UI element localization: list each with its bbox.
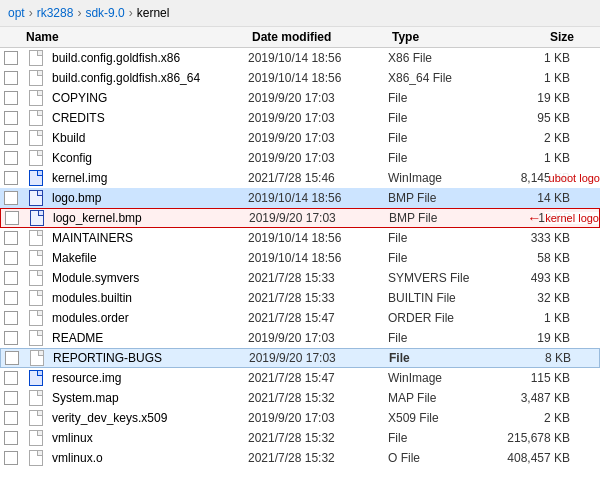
file-checkbox[interactable] <box>4 71 18 85</box>
file-size: 493 KB <box>498 271 578 285</box>
file-size: 1 KB <box>498 71 578 85</box>
col-header-size[interactable]: Size <box>502 30 582 44</box>
file-type: File <box>389 351 499 365</box>
file-checkbox[interactable] <box>4 391 18 405</box>
table-row[interactable]: kernel.img2021/7/28 15:46WinImage8,145 K… <box>0 168 600 188</box>
file-icon <box>28 130 44 146</box>
file-size: 408,457 KB <box>498 451 578 465</box>
file-name: vmlinux <box>52 431 93 445</box>
file-date: 2019/9/20 17:03 <box>248 411 388 425</box>
file-checkbox[interactable] <box>4 171 18 185</box>
col-header-date[interactable]: Date modified <box>252 30 392 44</box>
file-name: logo.bmp <box>52 191 101 205</box>
breadcrumb-rk3288[interactable]: rk3288 <box>37 6 74 20</box>
table-row[interactable]: vmlinux.o2021/7/28 15:32O File408,457 KB <box>0 448 600 468</box>
table-row[interactable]: Makefile2019/10/14 18:56File58 KB <box>0 248 600 268</box>
breadcrumb-opt[interactable]: opt <box>8 6 25 20</box>
file-checkbox[interactable] <box>4 91 18 105</box>
file-date: 2019/10/14 18:56 <box>248 191 388 205</box>
table-row[interactable]: Module.symvers2021/7/28 15:33SYMVERS Fil… <box>0 268 600 288</box>
file-checkbox[interactable] <box>5 211 19 225</box>
file-name: logo_kernel.bmp <box>53 211 142 225</box>
file-size: 2 KB <box>498 411 578 425</box>
table-row[interactable]: REPORTING-BUGS2019/9/20 17:03File8 KB <box>0 348 600 368</box>
file-date: 2021/7/28 15:33 <box>248 271 388 285</box>
file-type: File <box>388 91 498 105</box>
file-list[interactable]: build.config.goldfish.x862019/10/14 18:5… <box>0 48 600 489</box>
file-type: ORDER File <box>388 311 498 325</box>
file-checkbox[interactable] <box>4 371 18 385</box>
table-row[interactable]: modules.order2021/7/28 15:47ORDER File1 … <box>0 308 600 328</box>
table-row[interactable]: logo_kernel.bmp2019/9/20 17:03BMP File19… <box>0 208 600 228</box>
file-name: resource.img <box>52 371 121 385</box>
file-name: vmlinux.o <box>52 451 103 465</box>
file-name: modules.order <box>52 311 129 325</box>
col-header-type[interactable]: Type <box>392 30 502 44</box>
breadcrumb-bar: opt › rk3288 › sdk-9.0 › kernel <box>0 0 600 27</box>
file-date: 2019/10/14 18:56 <box>248 51 388 65</box>
file-checkbox[interactable] <box>4 311 18 325</box>
file-checkbox[interactable] <box>4 451 18 465</box>
file-icon <box>28 90 44 106</box>
table-row[interactable]: Kbuild2019/9/20 17:03File2 KB <box>0 128 600 148</box>
file-icon <box>28 410 44 426</box>
file-name: README <box>52 331 103 345</box>
file-type: File <box>388 151 498 165</box>
file-checkbox[interactable] <box>4 271 18 285</box>
file-checkbox[interactable] <box>4 151 18 165</box>
table-row[interactable]: CREDITS2019/9/20 17:03File95 KB <box>0 108 600 128</box>
file-size: 8,145 KB <box>498 171 578 185</box>
file-checkbox[interactable] <box>4 131 18 145</box>
table-row[interactable]: logo.bmp2019/10/14 18:56BMP File14 KB <box>0 188 600 208</box>
file-checkbox[interactable] <box>4 291 18 305</box>
file-size: 1 KB <box>498 51 578 65</box>
table-row[interactable]: modules.builtin2021/7/28 15:33BUILTIN Fi… <box>0 288 600 308</box>
table-row[interactable]: COPYING2019/9/20 17:03File19 KB <box>0 88 600 108</box>
file-date: 2019/9/20 17:03 <box>248 111 388 125</box>
table-row[interactable]: build.config.goldfish.x86_642019/10/14 1… <box>0 68 600 88</box>
file-checkbox[interactable] <box>4 51 18 65</box>
file-type: WinImage <box>388 171 498 185</box>
file-size: 8 KB <box>499 351 579 365</box>
table-row[interactable]: MAINTAINERS2019/10/14 18:56File333 KB <box>0 228 600 248</box>
breadcrumb-sdk[interactable]: sdk-9.0 <box>85 6 124 20</box>
file-date: 2019/9/20 17:03 <box>248 331 388 345</box>
file-checkbox[interactable] <box>4 191 18 205</box>
file-date: 2019/9/20 17:03 <box>249 211 389 225</box>
file-size: 1 KB <box>498 151 578 165</box>
file-checkbox[interactable] <box>4 431 18 445</box>
file-size: 1 KB <box>498 311 578 325</box>
table-row[interactable]: Kconfig2019/9/20 17:03File1 KB <box>0 148 600 168</box>
table-row[interactable]: build.config.goldfish.x862019/10/14 18:5… <box>0 48 600 68</box>
file-type: O File <box>388 451 498 465</box>
file-checkbox[interactable] <box>4 231 18 245</box>
file-date: 2019/9/20 17:03 <box>249 351 389 365</box>
file-date: 2019/9/20 17:03 <box>248 91 388 105</box>
file-checkbox[interactable] <box>4 411 18 425</box>
file-name: REPORTING-BUGS <box>53 351 162 365</box>
file-name: Kconfig <box>52 151 92 165</box>
file-date: 2019/9/20 17:03 <box>248 151 388 165</box>
table-row[interactable]: System.map2021/7/28 15:32MAP File3,487 K… <box>0 388 600 408</box>
file-type: BMP File <box>388 191 498 205</box>
file-checkbox[interactable] <box>4 331 18 345</box>
file-name: Kbuild <box>52 131 85 145</box>
table-row[interactable]: README2019/9/20 17:03File19 KB <box>0 328 600 348</box>
col-header-name[interactable]: Name <box>22 30 252 44</box>
file-type: BMP File <box>389 211 499 225</box>
file-type: X86_64 File <box>388 71 498 85</box>
file-checkbox[interactable] <box>5 351 19 365</box>
file-name: System.map <box>52 391 119 405</box>
table-row[interactable]: vmlinux2021/7/28 15:32File215,678 KB <box>0 428 600 448</box>
file-icon <box>28 70 44 86</box>
file-size: 333 KB <box>498 231 578 245</box>
file-checkbox[interactable] <box>4 251 18 265</box>
column-headers: Name Date modified Type Size <box>0 27 600 48</box>
file-checkbox[interactable] <box>4 111 18 125</box>
table-row[interactable]: verity_dev_keys.x5092019/9/20 17:03X509 … <box>0 408 600 428</box>
file-size: 115 KB <box>498 371 578 385</box>
file-type: File <box>388 131 498 145</box>
table-row[interactable]: resource.img2021/7/28 15:47WinImage115 K… <box>0 368 600 388</box>
breadcrumb-kernel: kernel <box>137 6 170 20</box>
file-name: kernel.img <box>52 171 107 185</box>
